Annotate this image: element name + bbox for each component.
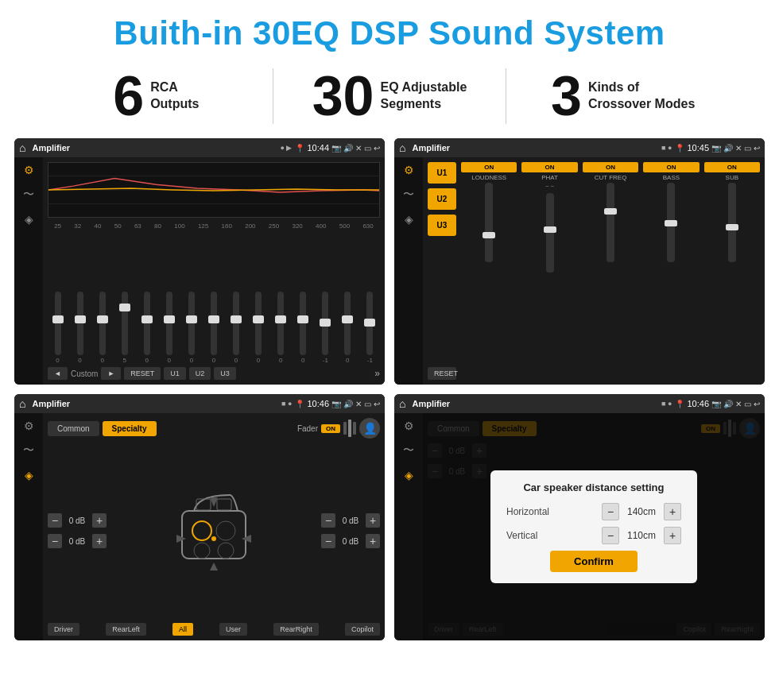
freq-630: 630 [362,222,373,230]
slider-col-2: 0 [92,292,112,364]
fader-on-badge: ON [321,424,340,433]
confirm-button[interactable]: Confirm [550,551,638,572]
freq-320: 320 [292,222,302,230]
minus-btn-1[interactable]: − [48,513,62,528]
slider-track-12[interactable] [322,292,328,355]
driver-btn[interactable]: Driver [48,623,79,636]
plus-btn-1[interactable]: + [92,513,107,528]
u3-button-1[interactable]: U3 [214,367,236,380]
slider-track-6[interactable] [188,292,195,355]
slider-track-0[interactable] [55,292,61,355]
status-bar-1: ⌂ Amplifier ● ▶ 📍 10:44 📷 🔊 ✕ ▭ ↩ [14,138,385,157]
reset-button-1[interactable]: RESET [124,367,161,380]
u3-btn[interactable]: U3 [428,215,456,236]
eq-icon[interactable]: ⚙ [24,164,34,176]
cutfreq-slider[interactable] [607,183,614,262]
copilot-btn[interactable]: Copilot [345,623,380,636]
eq-icon-2[interactable]: ⚙ [404,164,414,176]
rearleft-btn[interactable]: RearLeft [106,623,146,636]
speaker-icon[interactable]: ◈ [25,213,33,226]
slider-val-10: 0 [279,357,282,364]
speaker-icon-2[interactable]: ◈ [405,213,413,226]
phat-label: PHAT [541,174,558,181]
wave-icon[interactable]: 〜 [23,188,34,202]
sub-slider[interactable] [728,183,736,262]
wave-icon-4[interactable]: 〜 [403,443,414,458]
wave-icon-3[interactable]: 〜 [23,443,34,458]
slider-track-11[interactable] [300,292,306,355]
minus-btn-3[interactable]: − [321,513,335,528]
slider-col-11: 0 [293,292,313,364]
back-icon-2[interactable]: ↩ [754,144,760,153]
home-icon-1[interactable]: ⌂ [19,141,25,154]
u1-btn[interactable]: U1 [428,162,456,184]
slider-track-1[interactable] [77,292,83,355]
slider-track-14[interactable] [366,292,373,355]
horizontal-minus[interactable]: − [602,503,619,520]
slider-val-9: 0 [257,357,260,364]
reset-btn-2[interactable]: RESET [428,367,456,380]
sub-on[interactable]: ON [704,162,760,172]
eq-icon-3[interactable]: ⚙ [24,420,34,432]
slider-track-4[interactable] [144,292,150,355]
prev-button[interactable]: ◄ [48,367,68,380]
slider-track-5[interactable] [166,292,172,355]
minus-btn-4[interactable]: − [321,534,335,548]
slider-val-4: 0 [145,357,149,364]
loudness-slider[interactable] [485,183,493,262]
slider-track-10[interactable] [277,292,284,355]
freq-200: 200 [245,222,255,230]
phat-slider[interactable] [546,193,554,273]
specialty-tab[interactable]: Specialty [103,421,157,436]
slider-track-7[interactable] [211,292,217,355]
expand-icon[interactable]: » [374,368,380,379]
back-icon-3[interactable]: ↩ [374,400,380,408]
db-val-2: 0 dB [65,537,89,546]
app-name-4: Amplifier [412,399,658,408]
eq-icon-4[interactable]: ⚙ [404,420,414,432]
bass-slider[interactable] [667,183,675,262]
phat-on[interactable]: ON [521,162,577,172]
vertical-minus[interactable]: − [602,527,619,544]
home-icon-4[interactable]: ⌂ [399,397,405,410]
u2-button-1[interactable]: U2 [189,367,211,380]
play-button[interactable]: ► [101,367,121,380]
freq-80: 80 [154,222,161,230]
slider-val-7: 0 [212,357,215,364]
slider-track-13[interactable] [344,292,351,355]
speaker-icon-4[interactable]: ◈ [405,469,413,481]
home-icon-2[interactable]: ⌂ [399,141,405,154]
bass-on[interactable]: ON [643,162,699,172]
back-icon-4[interactable]: ↩ [754,400,760,408]
speaker-icon-3[interactable]: ◈ [25,469,33,481]
plus-btn-2[interactable]: + [92,534,107,548]
loudness-on[interactable]: ON [461,162,517,172]
slider-track-3[interactable] [122,292,128,355]
wave-icon-2[interactable]: 〜 [403,188,414,202]
slider-track-8[interactable] [233,292,239,355]
user-icon-btn[interactable]: 👤 [359,418,380,439]
plus-btn-4[interactable]: + [366,534,380,548]
svg-point-7 [192,521,211,540]
channel-loudness: ON LOUDNESS [461,162,517,380]
horizontal-plus[interactable]: + [664,503,681,520]
slider-track-2[interactable] [99,292,106,355]
rect-icon-4: ▭ [744,400,751,408]
minus-btn-2[interactable]: − [48,534,62,548]
slider-val-13: 0 [346,357,349,364]
slider-val-5: 0 [168,357,171,364]
home-icon-3[interactable]: ⌂ [19,397,25,410]
all-btn[interactable]: All [172,623,193,636]
user-btn[interactable]: User [219,623,247,636]
rearright-btn[interactable]: RearRight [273,623,319,636]
vertical-plus[interactable]: + [664,527,681,544]
common-tab[interactable]: Common [48,421,99,436]
back-icon-1[interactable]: ↩ [374,144,380,153]
cutfreq-on[interactable]: ON [583,162,638,172]
u1-button-1[interactable]: U1 [164,367,186,380]
slider-track-9[interactable] [255,292,262,355]
time-1: 10:44 [307,143,329,153]
horizontal-value: 140cm [622,506,661,517]
u2-btn[interactable]: U2 [428,188,456,210]
plus-btn-3[interactable]: + [366,513,380,528]
